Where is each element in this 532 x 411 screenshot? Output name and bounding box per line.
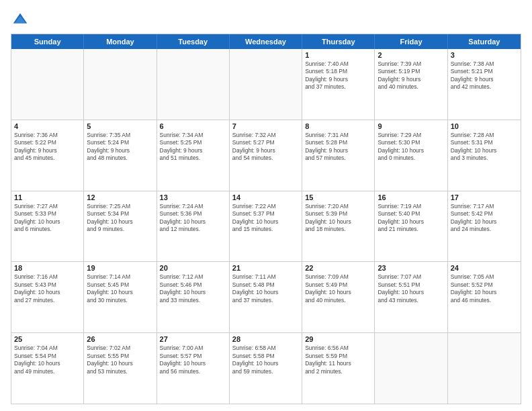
- day-info: Sunrise: 7:12 AM Sunset: 5:46 PM Dayligh…: [160, 273, 226, 304]
- day-cell-28: 28Sunrise: 6:58 AM Sunset: 5:58 PM Dayli…: [230, 333, 302, 404]
- day-cell-15: 15Sunrise: 7:20 AM Sunset: 5:39 PM Dayli…: [302, 191, 375, 262]
- day-info: Sunrise: 7:16 AM Sunset: 5:43 PM Dayligh…: [14, 273, 81, 304]
- day-info: Sunrise: 7:09 AM Sunset: 5:49 PM Dayligh…: [305, 273, 371, 304]
- day-number: 11: [14, 193, 81, 201]
- day-number: 18: [14, 264, 81, 272]
- day-cell-3: 3Sunrise: 7:38 AM Sunset: 5:21 PM Daylig…: [448, 49, 521, 120]
- day-info: Sunrise: 7:11 AM Sunset: 5:48 PM Dayligh…: [232, 273, 299, 304]
- day-cell-17: 17Sunrise: 7:17 AM Sunset: 5:42 PM Dayli…: [448, 191, 521, 262]
- day-info: Sunrise: 7:31 AM Sunset: 5:28 PM Dayligh…: [305, 132, 371, 163]
- day-info: Sunrise: 7:29 AM Sunset: 5:30 PM Dayligh…: [378, 132, 444, 163]
- day-number: 21: [232, 264, 299, 272]
- day-cell-18: 18Sunrise: 7:16 AM Sunset: 5:43 PM Dayli…: [11, 262, 84, 332]
- day-cell-12: 12Sunrise: 7:25 AM Sunset: 5:34 PM Dayli…: [84, 191, 157, 262]
- day-cell-19: 19Sunrise: 7:14 AM Sunset: 5:45 PM Dayli…: [84, 262, 157, 332]
- day-number: 27: [160, 335, 226, 343]
- day-cell-empty-0-2: [157, 49, 230, 120]
- day-info: Sunrise: 7:35 AM Sunset: 5:24 PM Dayligh…: [87, 132, 153, 163]
- day-cell-7: 7Sunrise: 7:32 AM Sunset: 5:27 PM Daylig…: [230, 120, 302, 191]
- day-number: 28: [232, 335, 299, 343]
- day-number: 6: [160, 122, 226, 130]
- day-number: 14: [232, 193, 299, 201]
- day-number: 2: [378, 51, 444, 59]
- day-number: 25: [14, 335, 81, 343]
- calendar-row-2: 4Sunrise: 7:36 AM Sunset: 5:22 PM Daylig…: [11, 120, 521, 191]
- calendar: SundayMondayTuesdayWednesdayThursdayFrid…: [11, 34, 521, 404]
- day-number: 12: [87, 193, 153, 201]
- logo-icon: [11, 11, 30, 30]
- day-number: 7: [232, 122, 299, 130]
- day-cell-11: 11Sunrise: 7:27 AM Sunset: 5:33 PM Dayli…: [11, 191, 84, 262]
- day-cell-4: 4Sunrise: 7:36 AM Sunset: 5:22 PM Daylig…: [11, 120, 84, 191]
- day-info: Sunrise: 7:27 AM Sunset: 5:33 PM Dayligh…: [14, 203, 81, 234]
- day-info: Sunrise: 7:20 AM Sunset: 5:39 PM Dayligh…: [305, 203, 371, 234]
- day-info: Sunrise: 6:56 AM Sunset: 5:59 PM Dayligh…: [305, 345, 371, 375]
- day-number: 1: [305, 51, 371, 59]
- day-number: 8: [305, 122, 371, 130]
- day-cell-16: 16Sunrise: 7:19 AM Sunset: 5:40 PM Dayli…: [375, 191, 447, 262]
- header-day-monday: Monday: [84, 34, 157, 49]
- day-cell-1: 1Sunrise: 7:40 AM Sunset: 5:18 PM Daylig…: [302, 49, 375, 120]
- day-number: 13: [160, 193, 226, 201]
- day-cell-20: 20Sunrise: 7:12 AM Sunset: 5:46 PM Dayli…: [157, 262, 230, 332]
- day-number: 4: [14, 122, 81, 130]
- day-info: Sunrise: 7:34 AM Sunset: 5:25 PM Dayligh…: [160, 132, 226, 163]
- calendar-row-3: 11Sunrise: 7:27 AM Sunset: 5:33 PM Dayli…: [11, 191, 521, 263]
- logo: [11, 11, 32, 30]
- day-info: Sunrise: 7:17 AM Sunset: 5:42 PM Dayligh…: [451, 203, 518, 234]
- day-number: 23: [378, 264, 444, 272]
- day-number: 22: [305, 264, 371, 272]
- day-info: Sunrise: 7:32 AM Sunset: 5:27 PM Dayligh…: [232, 132, 299, 163]
- calendar-row-4: 18Sunrise: 7:16 AM Sunset: 5:43 PM Dayli…: [11, 262, 521, 333]
- day-number: 15: [305, 193, 371, 201]
- day-number: 24: [451, 264, 518, 272]
- day-info: Sunrise: 7:38 AM Sunset: 5:21 PM Dayligh…: [451, 60, 518, 91]
- calendar-header: SundayMondayTuesdayWednesdayThursdayFrid…: [11, 34, 521, 49]
- day-info: Sunrise: 7:00 AM Sunset: 5:57 PM Dayligh…: [160, 345, 226, 375]
- day-cell-27: 27Sunrise: 7:00 AM Sunset: 5:57 PM Dayli…: [157, 333, 230, 404]
- day-cell-29: 29Sunrise: 6:56 AM Sunset: 5:59 PM Dayli…: [302, 333, 375, 404]
- day-number: 3: [451, 51, 518, 59]
- day-cell-21: 21Sunrise: 7:11 AM Sunset: 5:48 PM Dayli…: [230, 262, 302, 332]
- calendar-row-5: 25Sunrise: 7:04 AM Sunset: 5:54 PM Dayli…: [11, 333, 521, 404]
- header: [11, 11, 521, 30]
- day-number: 10: [451, 122, 518, 130]
- day-cell-26: 26Sunrise: 7:02 AM Sunset: 5:55 PM Dayli…: [84, 333, 157, 404]
- day-number: 17: [451, 193, 518, 201]
- day-info: Sunrise: 7:02 AM Sunset: 5:55 PM Dayligh…: [87, 345, 153, 375]
- day-info: Sunrise: 7:07 AM Sunset: 5:51 PM Dayligh…: [378, 273, 444, 304]
- day-number: 26: [87, 335, 153, 343]
- day-info: Sunrise: 7:25 AM Sunset: 5:34 PM Dayligh…: [87, 203, 153, 234]
- day-number: 9: [378, 122, 444, 130]
- day-cell-23: 23Sunrise: 7:07 AM Sunset: 5:51 PM Dayli…: [375, 262, 447, 332]
- day-cell-empty-0-1: [84, 49, 157, 120]
- day-info: Sunrise: 7:24 AM Sunset: 5:36 PM Dayligh…: [160, 203, 226, 234]
- day-info: Sunrise: 7:39 AM Sunset: 5:19 PM Dayligh…: [378, 60, 444, 91]
- day-cell-empty-0-0: [11, 49, 84, 120]
- day-number: 16: [378, 193, 444, 201]
- day-number: 5: [87, 122, 153, 130]
- day-info: Sunrise: 7:19 AM Sunset: 5:40 PM Dayligh…: [378, 203, 444, 234]
- day-cell-6: 6Sunrise: 7:34 AM Sunset: 5:25 PM Daylig…: [157, 120, 230, 191]
- day-cell-24: 24Sunrise: 7:05 AM Sunset: 5:52 PM Dayli…: [448, 262, 521, 332]
- day-info: Sunrise: 7:14 AM Sunset: 5:45 PM Dayligh…: [87, 273, 153, 304]
- day-info: Sunrise: 7:36 AM Sunset: 5:22 PM Dayligh…: [14, 132, 81, 163]
- header-day-sunday: Sunday: [11, 34, 84, 49]
- day-cell-25: 25Sunrise: 7:04 AM Sunset: 5:54 PM Dayli…: [11, 333, 84, 404]
- day-cell-10: 10Sunrise: 7:28 AM Sunset: 5:31 PM Dayli…: [448, 120, 521, 191]
- day-info: Sunrise: 7:05 AM Sunset: 5:52 PM Dayligh…: [451, 273, 518, 304]
- header-day-wednesday: Wednesday: [230, 34, 302, 49]
- day-cell-2: 2Sunrise: 7:39 AM Sunset: 5:19 PM Daylig…: [375, 49, 447, 120]
- header-day-thursday: Thursday: [302, 34, 375, 49]
- day-info: Sunrise: 7:40 AM Sunset: 5:18 PM Dayligh…: [305, 60, 371, 91]
- header-day-friday: Friday: [375, 34, 447, 49]
- day-info: Sunrise: 6:58 AM Sunset: 5:58 PM Dayligh…: [232, 345, 299, 375]
- day-info: Sunrise: 7:22 AM Sunset: 5:37 PM Dayligh…: [232, 203, 299, 234]
- day-cell-9: 9Sunrise: 7:29 AM Sunset: 5:30 PM Daylig…: [375, 120, 447, 191]
- day-cell-empty-4-5: [375, 333, 447, 404]
- day-number: 29: [305, 335, 371, 343]
- calendar-body: 1Sunrise: 7:40 AM Sunset: 5:18 PM Daylig…: [11, 49, 521, 404]
- page: SundayMondayTuesdayWednesdayThursdayFrid…: [0, 0, 532, 411]
- day-cell-8: 8Sunrise: 7:31 AM Sunset: 5:28 PM Daylig…: [302, 120, 375, 191]
- day-number: 19: [87, 264, 153, 272]
